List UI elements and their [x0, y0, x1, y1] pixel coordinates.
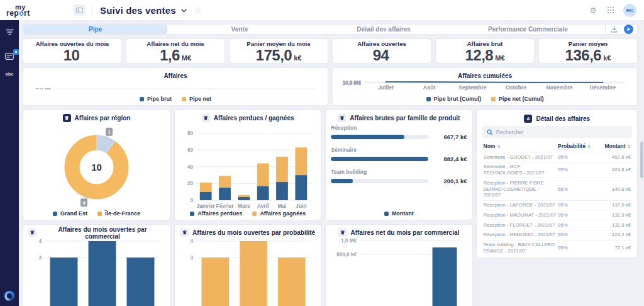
crown-icon: ♛	[180, 229, 189, 237]
hbar-Séminaire[interactable]: Séminaire882,4 k€	[331, 147, 467, 162]
sort-icon: ⇅	[628, 144, 631, 149]
avatar[interactable]: RC	[623, 4, 636, 17]
column-header-nom[interactable]: Nom⇅	[484, 143, 558, 149]
svg-text:20,0 M€: 20,0 M€	[342, 81, 361, 86]
tab-detail-des-affaires[interactable]: Détail des affaires	[312, 25, 456, 34]
svg-text:3: 3	[38, 255, 42, 261]
chart-legend: Affaires perduesAffaires gagnées	[180, 209, 316, 218]
svg-text:Mai: Mai	[278, 203, 287, 209]
chart-title: Affaires brutes par famille de produit	[350, 115, 460, 122]
legend-item[interactable]: Pipe net (Cumul)	[491, 96, 544, 102]
column-header-probabilite[interactable]: Probabilité⇅	[558, 143, 594, 149]
tab-performance-commerciale[interactable]: Performance Commerciale	[456, 25, 600, 34]
myreport-spinner-logo	[4, 291, 14, 301]
card-affaires-par-region: ♛Affaires par région 1910 Grand EstÎle-d…	[23, 110, 170, 220]
chart-legend: Pipe brutPipe net	[28, 94, 323, 103]
abc-icon[interactable]: abc	[6, 71, 14, 77]
svg-text:1,0 M€: 1,0 M€	[341, 238, 357, 244]
chart-legend: Montant	[331, 209, 467, 218]
chevron-down-icon[interactable]	[181, 9, 187, 13]
card-net-mois-commercial: ♛Affaires net du mois par commercial 1,0…	[325, 224, 472, 306]
star-icon[interactable]: ☆	[194, 6, 202, 15]
page-scrollbar-thumb[interactable]	[640, 142, 643, 178]
bar-plot: 1,0 M€800,0 k€	[331, 237, 467, 306]
table-row[interactable]: Réception - FLORIJET - 2021/0795%132,8 k…	[482, 220, 633, 230]
svg-text:Juin: Juin	[296, 203, 306, 209]
report-card-icon[interactable]	[5, 53, 14, 60]
card-affaires-perdues-gagnees: ♛Affaires perdues / gagnées 020406080Jan…	[174, 110, 321, 220]
chart-title: Affaires net du mois par commercial	[350, 229, 459, 236]
svg-text:800,0 k€: 800,0 k€	[336, 252, 357, 258]
table-row[interactable]: Réception - MADUMAT - 2021/0795%132,9 k€	[482, 210, 633, 220]
bar-plot: 43	[28, 237, 165, 306]
svg-text:4: 4	[190, 239, 193, 244]
line-plot: 0,0 €2,0 M€4,0 M€6,0 M€JuilletAoûtSeptem…	[28, 81, 323, 94]
kpi-panier-moyen: Panier moyen 136,6k€	[538, 38, 638, 64]
crown-icon: ♛	[28, 229, 36, 237]
bar-plot: 43	[180, 237, 316, 306]
notification-badge	[13, 49, 19, 55]
table-row[interactable]: Réception - LAFORGE - 2021/0795%137,0 k€	[482, 200, 633, 210]
search-box	[482, 126, 633, 138]
apps-grid-icon[interactable]	[607, 6, 614, 14]
svg-text:Juillet: Juillet	[378, 84, 394, 91]
table-icon: A	[524, 115, 532, 123]
svg-text:Novembre: Novembre	[546, 84, 572, 91]
card-mois-ouvertes-commercial: ♛Affaires du mois ouvertes par commercia…	[23, 224, 170, 306]
main-content: Pipe Vente Détail des affaires Performan…	[19, 20, 644, 306]
legend-item[interactable]: Affaires perdues	[190, 210, 242, 217]
card-mois-ouvertes-probabilite: ♛Affaires du mois ouvertes par probabili…	[174, 224, 321, 306]
gear-icon[interactable]: ⚙	[589, 6, 597, 15]
play-button[interactable]	[624, 25, 633, 34]
chart-legend: Grand EstÎle-de-France	[28, 209, 165, 218]
divider	[92, 4, 92, 16]
sort-icon: ⇅	[587, 144, 591, 149]
hbar-Réception[interactable]: Réception667,7 k€	[331, 125, 467, 140]
legend-item[interactable]: Montant	[384, 210, 414, 217]
page-title: Suivi des ventes	[100, 5, 176, 16]
legend-item[interactable]: Grand Est	[53, 210, 87, 217]
svg-text:20: 20	[187, 181, 194, 186]
table-body: Séminaire - GUODET - 2021/0795%457,6 k€S…	[482, 152, 633, 254]
search-icon	[487, 129, 492, 135]
table-row[interactable]: Réception - HEMODIO - 2021/0795%124,2 k€	[482, 230, 633, 240]
tab-vente[interactable]: Vente	[167, 25, 311, 34]
line-plot: 0,0 €10,0 M€20,0 M€JuilletAoûtSeptembreO…	[338, 81, 632, 94]
crown-icon: ♛	[338, 229, 347, 237]
search-input[interactable]	[496, 129, 628, 135]
chart-legend: Pipe brut (Cumul)Pipe net (Cumul)	[338, 94, 632, 103]
svg-text:Décembre: Décembre	[590, 84, 616, 91]
legend-item[interactable]: Île-de-France	[97, 210, 140, 217]
legend-item[interactable]: Pipe brut (Cumul)	[426, 96, 482, 102]
legend-item[interactable]: Pipe brut	[140, 96, 172, 102]
collapse-panel-icon[interactable]	[73, 4, 86, 16]
kpi-affaires-ouvertes-du-mois: Affaires ouvertes du mois 10	[23, 38, 122, 64]
svg-text:Mars: Mars	[238, 203, 250, 209]
legend-item[interactable]: Affaires gagnées	[252, 210, 306, 217]
sidebar: abc	[0, 20, 19, 306]
sort-icon: ⇅	[497, 144, 500, 149]
table-row[interactable]: Séminaire - GUODET - 2021/0795%457,6 k€	[482, 152, 633, 162]
hbar-plot: Réception667,7 k€Séminaire882,4 k€Team b…	[331, 123, 467, 209]
table-row[interactable]: Réception - PIERRE FIBRE DERMO-COSMETIQU…	[482, 178, 633, 200]
download-icon[interactable]	[611, 26, 618, 33]
svg-text:60: 60	[187, 147, 194, 153]
card-affaires-brutes-famille: ♛Affaires brutes par famille de produit …	[325, 110, 472, 220]
legend-item[interactable]: Pipe net	[182, 96, 211, 102]
svg-text:Septembre: Septembre	[458, 84, 487, 91]
chart-title: Affaires	[164, 72, 187, 79]
svg-text:6,0 M€: 6,0 M€	[36, 88, 52, 89]
bottom-charts-row: ♛Affaires du mois ouvertes par commercia…	[23, 224, 473, 306]
divider	[605, 25, 606, 34]
kpi-affaires-brut: Affaires brut 12,8M€	[435, 38, 535, 64]
table-row[interactable]: Team building - BAVY CALLEBO FRANCE - 20…	[482, 240, 633, 254]
donut-plot: 1910	[28, 123, 165, 209]
tab-pipe[interactable]: Pipe	[23, 25, 167, 34]
filter-icon[interactable]	[6, 29, 14, 35]
column-header-montant[interactable]: Montant⇅	[594, 143, 631, 149]
myreport-logo[interactable]: my report	[6, 4, 62, 17]
table-row[interactable]: Séminaire - GCF TECHNOLOGIES - 2021/0795…	[482, 162, 633, 178]
card-affaires: Affaires 0,0 €2,0 M€4,0 M€6,0 M€JuilletA…	[23, 67, 328, 106]
hbar-Team building[interactable]: Team building200,1 k€	[331, 169, 467, 184]
chart-title: Affaires cumulées	[458, 72, 512, 79]
